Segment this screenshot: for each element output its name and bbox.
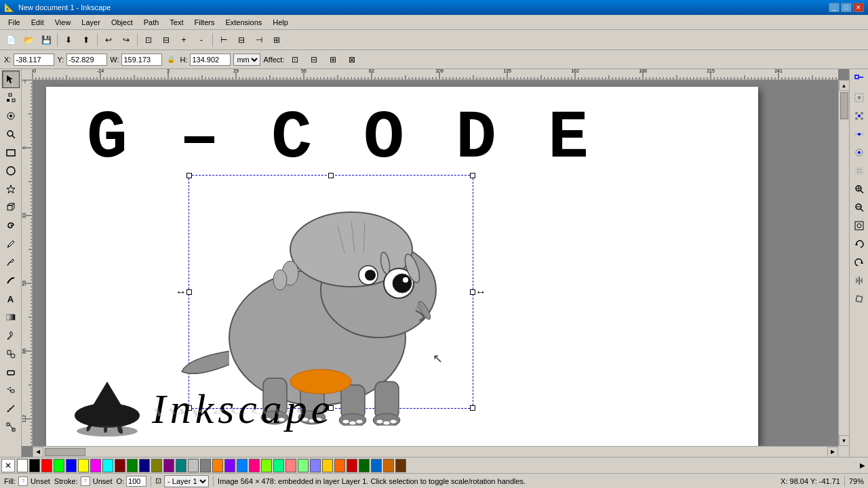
color-swatch-24[interactable] [310,459,321,472]
unit-select[interactable]: mm px pt [233,54,260,66]
color-swatch-20[interactable] [261,459,272,472]
paint-bucket-tool-button[interactable] [2,345,20,363]
vscroll-thumb[interactable] [840,92,848,119]
color-swatch-10[interactable] [139,459,150,472]
spiral-tool-button[interactable] [2,217,20,235]
menu-file[interactable]: File [3,17,26,28]
menu-view[interactable]: View [50,17,77,28]
canvas-document[interactable]: G – C O D E ↔ ↔ [33,80,838,446]
zoom-tool-right-button[interactable] [850,180,868,198]
hscroll-thumb[interactable] [45,448,85,456]
export-button[interactable]: ⬆ [78,32,94,48]
x-input[interactable] [14,54,54,66]
menu-path[interactable]: Path [138,17,165,28]
menu-help[interactable]: Help [267,17,294,28]
snap-nodes-button[interactable] [850,107,868,125]
color-swatch-16[interactable] [212,459,223,472]
open-button[interactable]: 📂 [20,32,37,48]
affect-corner-button[interactable]: ⊡ [287,52,303,68]
3d-box-tool-button[interactable] [2,199,20,216]
canvas-area[interactable]: G – C O D E ↔ ↔ [22,69,849,457]
pen-tool-button[interactable] [2,253,20,271]
zoom-out-right-button[interactable] [850,199,868,216]
snap-centers-button[interactable] [850,144,868,161]
menu-edit[interactable]: Edit [26,17,50,28]
affect-edge-button[interactable]: ⊟ [306,52,322,68]
snap-enable-button[interactable] [850,70,868,88]
snap-grid-button[interactable] [850,162,868,180]
color-swatch-1[interactable] [29,459,40,472]
dropper-tool-button[interactable] [2,327,20,344]
color-swatch-7[interactable] [102,459,113,472]
color-swatch-12[interactable] [163,459,174,472]
lock-aspect-button[interactable]: 🔒 [165,54,177,66]
menu-layer[interactable]: Layer [76,17,106,28]
menu-text[interactable]: Text [164,17,189,28]
flip-h-button[interactable] [850,272,868,289]
no-color-button[interactable]: ✕ [1,459,15,472]
minimize-button[interactable]: _ [829,3,840,12]
redo-button[interactable]: ↪ [118,32,134,48]
w-input[interactable] [121,54,162,66]
circle-tool-button[interactable] [2,162,20,180]
new-button[interactable]: 📄 [3,32,19,48]
menu-filters[interactable]: Filters [189,17,220,28]
tweak-tool-button[interactable] [2,107,20,125]
text-tool-button[interactable]: A [2,290,20,308]
zoom-tool-button[interactable] [2,125,20,143]
layer-select[interactable]: - Layer 1 [164,475,209,487]
color-swatch-18[interactable] [237,459,248,472]
horizontal-scrollbar[interactable]: ◀ ▶ [33,446,838,457]
h-input[interactable] [190,54,231,66]
color-swatch-14[interactable] [188,459,199,472]
pencil-tool-button[interactable] [2,235,20,253]
zoom-fit-selection-button[interactable]: ⊟ [158,32,174,48]
color-swatch-26[interactable] [334,459,345,472]
rotate-cw-button[interactable] [850,253,868,271]
snap-midpoints-button[interactable] [850,125,868,143]
hscroll-left-button[interactable]: ◀ [33,447,43,458]
gradient-tool-button[interactable] [2,308,20,326]
zoom-fit-page-button[interactable]: ⊡ [140,32,157,48]
color-swatch-19[interactable] [249,459,260,472]
color-swatch-31[interactable] [395,459,406,472]
node-tool-button[interactable] [2,89,20,106]
close-button[interactable]: ✕ [853,3,864,12]
affect-each-button[interactable]: ⊠ [344,52,360,68]
calligraphy-tool-button[interactable] [2,272,20,289]
color-swatch-8[interactable] [115,459,125,472]
color-swatch-5[interactable] [78,459,89,472]
color-swatch-25[interactable] [322,459,333,472]
align-center-button[interactable]: ⊟ [233,32,250,48]
stroke-swatch[interactable]: ? [81,476,90,486]
color-swatch-4[interactable] [66,459,77,472]
color-swatch-21[interactable] [273,459,284,472]
transform-button[interactable] [850,290,868,308]
color-swatch-27[interactable] [347,459,357,472]
zoom-out-button[interactable]: - [193,32,210,48]
palette-scroll-right[interactable]: ▶ [857,459,868,472]
color-swatch-2[interactable] [41,459,52,472]
undo-button[interactable]: ↩ [100,32,117,48]
color-swatch-0[interactable] [17,459,28,472]
color-swatch-11[interactable] [151,459,162,472]
snap-bbox-button[interactable] [850,89,868,106]
color-swatch-13[interactable] [176,459,186,472]
color-swatch-23[interactable] [298,459,309,472]
color-swatch-15[interactable] [200,459,211,472]
align-left-button[interactable]: ⊢ [216,32,232,48]
zoom-in-button[interactable]: + [176,32,192,48]
opacity-input[interactable] [126,476,146,487]
connector-tool-button[interactable] [2,418,20,436]
eraser-tool-button[interactable] [2,363,20,381]
star-tool-button[interactable] [2,180,20,198]
hscroll-right-button[interactable]: ▶ [827,447,838,458]
menu-extensions[interactable]: Extensions [220,17,267,28]
y-input[interactable] [66,54,107,66]
spray-tool-button[interactable] [2,382,20,399]
distribute-button[interactable]: ⊞ [269,32,285,48]
affect-all-button[interactable]: ⊞ [325,52,341,68]
measure-tool-button[interactable] [2,400,20,418]
vertical-scrollbar[interactable]: ▲ ▼ [838,80,849,446]
maximize-button[interactable]: □ [841,3,852,12]
